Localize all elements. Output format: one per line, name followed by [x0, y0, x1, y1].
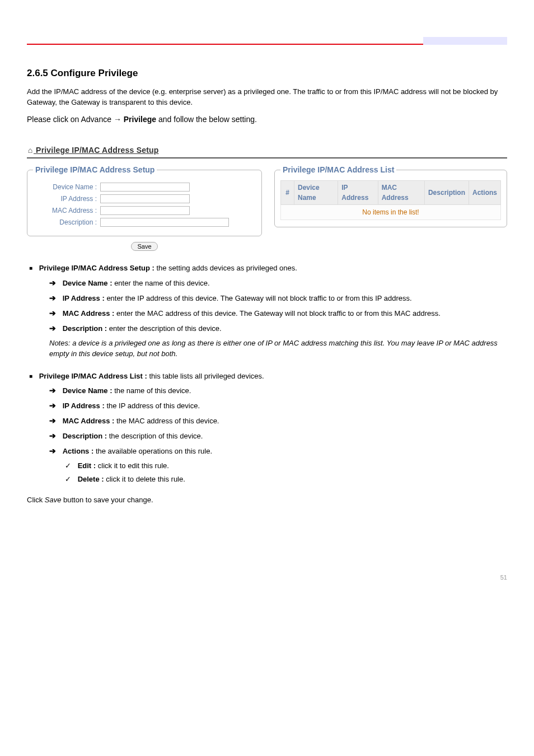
device-name-label: Device Name : — [33, 182, 100, 192]
check-icon: ✓ — [65, 475, 76, 483]
section-name: Configure Privilege — [51, 68, 138, 78]
arrow-icon: ➔ — [49, 446, 60, 455]
arrow-icon: ➔ — [49, 401, 60, 410]
intro-paragraph: Add the IP/MAC address of the device (e.… — [27, 86, 507, 108]
list-heading: ■ Privilege IP/MAC Address List : this t… — [29, 371, 507, 382]
ip-address-input[interactable] — [100, 194, 190, 203]
square-bullet-icon: ■ — [29, 373, 37, 379]
section-number: 2.6.5 — [27, 68, 48, 78]
page-title: 2.6.5 Configure Privilege — [27, 66, 507, 81]
home-icon: ⌂ — [27, 144, 34, 156]
list-item: ➔ Description : the description of this … — [49, 430, 507, 442]
list-fieldset: Privilege IP/MAC Address List # Device N… — [274, 164, 507, 227]
ip-address-label: IP Address : — [33, 194, 100, 204]
description-input[interactable] — [100, 218, 229, 227]
arrow-icon: ➔ — [49, 278, 60, 287]
mac-address-label: MAC Address : — [33, 206, 100, 216]
save-line: Click Save button to save your change. — [27, 494, 507, 506]
privilege-table: # Device Name IP Address MAC Address Des… — [280, 180, 501, 220]
list-item: ➔ MAC Address : enter the MAC address of… — [49, 307, 507, 319]
setup-heading: ■ Privilege IP/MAC Address Setup : the s… — [29, 263, 507, 274]
notes: Notes: a device is a privileged one as l… — [49, 338, 507, 360]
list-item: ✓ Edit : click it to edit this rule. — [65, 460, 507, 472]
setup-legend: Privilege IP/MAC Address Setup — [33, 164, 157, 176]
arrow-icon: ➔ — [49, 309, 60, 318]
nav-path: Please click on Advance → Privilege and … — [27, 114, 507, 125]
save-button[interactable]: Save — [131, 242, 157, 251]
col-desc: Description — [424, 180, 469, 204]
list-legend: Privilege IP/MAC Address List — [280, 164, 396, 176]
mac-address-input[interactable] — [100, 206, 190, 215]
list-item: ➔ Device Name : enter the name of this d… — [49, 277, 507, 289]
arrow-icon: ➔ — [49, 431, 60, 440]
list-item: ➔ MAC Address : the MAC address of this … — [49, 415, 507, 427]
description-label: Description : — [33, 217, 100, 227]
list-item: ➔ Device Name : the name of this device. — [49, 385, 507, 396]
col-mac: MAC Address — [378, 180, 424, 204]
device-name-input[interactable] — [100, 183, 190, 192]
header-decor — [423, 37, 507, 45]
square-bullet-icon: ■ — [29, 265, 37, 271]
list-item: ➔ Description : enter the description of… — [49, 323, 507, 334]
col-actions: Actions — [469, 180, 500, 204]
table-empty-row: No items in the list! — [281, 204, 501, 220]
arrow-icon: ➔ — [49, 386, 60, 395]
col-ip: IP Address — [338, 180, 378, 204]
list-item: ➔ Actions : the available operations on … — [49, 445, 507, 457]
arrow-icon: ➔ — [49, 324, 60, 333]
setup-fieldset: Privilege IP/MAC Address Setup Device Na… — [27, 164, 262, 236]
col-index: # — [281, 180, 294, 204]
arrow-icon: ➔ — [49, 293, 60, 302]
list-item: ➔ IP Address : enter the IP address of t… — [49, 292, 507, 304]
arrow-icon: ➔ — [49, 416, 60, 425]
list-item: ✓ Delete : click it to delete this rule. — [65, 474, 507, 485]
screenshot-title: Privilege IP/MAC Address Setup — [36, 146, 158, 155]
check-icon: ✓ — [65, 461, 76, 470]
config-screenshot: ⌂ Privilege IP/MAC Address Setup Privile… — [27, 144, 507, 252]
page-number: 51 — [27, 573, 507, 582]
list-item: ➔ IP Address : the IP address of this de… — [49, 400, 507, 412]
col-device-name: Device Name — [294, 180, 338, 204]
